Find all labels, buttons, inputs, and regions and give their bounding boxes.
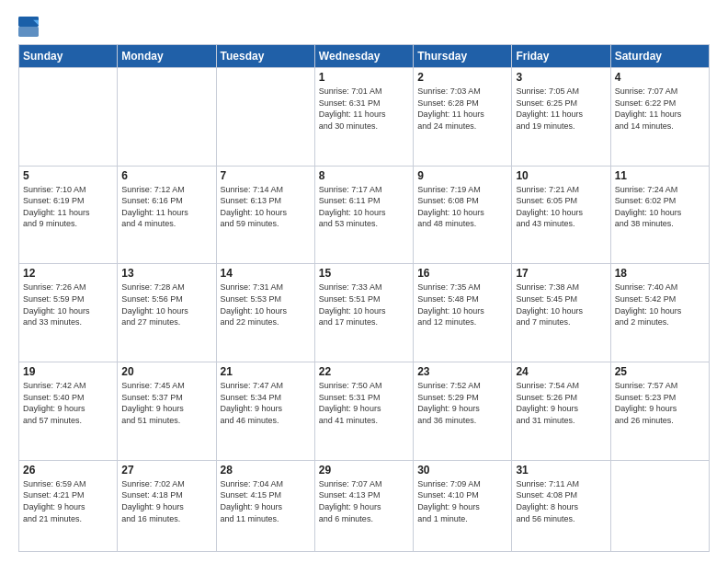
col-header-monday: Monday xyxy=(118,45,216,68)
calendar-cell: 24Sunrise: 7:54 AM Sunset: 5:26 PM Dayli… xyxy=(512,362,610,461)
day-number: 11 xyxy=(615,169,705,182)
cell-info: Sunrise: 7:02 AM Sunset: 4:18 PM Dayligh… xyxy=(121,478,211,524)
day-number: 1 xyxy=(319,71,409,84)
calendar-cell: 10Sunrise: 7:21 AM Sunset: 6:05 PM Dayli… xyxy=(512,166,610,264)
calendar-cell: 21Sunrise: 7:47 AM Sunset: 5:34 PM Dayli… xyxy=(216,362,314,461)
day-number: 28 xyxy=(221,464,311,477)
calendar-cell xyxy=(19,68,118,167)
day-number: 18 xyxy=(615,267,705,280)
day-number: 22 xyxy=(319,365,409,378)
day-number: 23 xyxy=(417,365,507,378)
cell-info: Sunrise: 7:14 AM Sunset: 6:13 PM Dayligh… xyxy=(221,184,311,230)
week-row-1: 1Sunrise: 7:01 AM Sunset: 6:31 PM Daylig… xyxy=(19,68,710,167)
cell-info: Sunrise: 7:17 AM Sunset: 6:11 PM Dayligh… xyxy=(319,184,409,230)
header xyxy=(18,17,710,37)
day-number: 17 xyxy=(516,267,606,280)
week-row-3: 12Sunrise: 7:26 AM Sunset: 5:59 PM Dayli… xyxy=(19,264,710,362)
col-header-sunday: Sunday xyxy=(19,45,118,68)
cell-info: Sunrise: 7:24 AM Sunset: 6:02 PM Dayligh… xyxy=(615,184,705,230)
calendar-table: SundayMondayTuesdayWednesdayThursdayFrid… xyxy=(18,44,710,552)
calendar-cell: 13Sunrise: 7:28 AM Sunset: 5:56 PM Dayli… xyxy=(118,264,216,362)
cell-info: Sunrise: 7:31 AM Sunset: 5:53 PM Dayligh… xyxy=(221,282,311,327)
day-number: 25 xyxy=(615,365,705,378)
day-number: 20 xyxy=(121,365,211,378)
calendar-cell xyxy=(610,460,709,551)
day-number: 14 xyxy=(221,267,311,280)
calendar-cell: 8Sunrise: 7:17 AM Sunset: 6:11 PM Daylig… xyxy=(314,166,413,264)
day-number: 12 xyxy=(23,267,113,280)
cell-info: Sunrise: 7:35 AM Sunset: 5:48 PM Dayligh… xyxy=(417,282,507,327)
day-number: 2 xyxy=(417,71,507,84)
day-number: 3 xyxy=(516,71,606,84)
calendar-cell: 20Sunrise: 7:45 AM Sunset: 5:37 PM Dayli… xyxy=(118,362,216,461)
day-number: 6 xyxy=(121,169,211,182)
calendar-cell: 3Sunrise: 7:05 AM Sunset: 6:25 PM Daylig… xyxy=(512,68,610,167)
day-number: 31 xyxy=(516,464,606,477)
col-header-wednesday: Wednesday xyxy=(314,45,413,68)
day-number: 27 xyxy=(121,464,211,477)
cell-info: Sunrise: 7:07 AM Sunset: 6:22 PM Dayligh… xyxy=(615,86,705,132)
calendar-cell xyxy=(216,68,314,167)
cell-info: Sunrise: 7:21 AM Sunset: 6:05 PM Dayligh… xyxy=(516,184,606,230)
calendar-cell: 30Sunrise: 7:09 AM Sunset: 4:10 PM Dayli… xyxy=(414,460,512,551)
cell-info: Sunrise: 7:10 AM Sunset: 6:19 PM Dayligh… xyxy=(23,184,113,230)
calendar-cell: 2Sunrise: 7:03 AM Sunset: 6:28 PM Daylig… xyxy=(414,68,512,167)
cell-info: Sunrise: 7:04 AM Sunset: 4:15 PM Dayligh… xyxy=(221,478,311,524)
calendar-cell: 28Sunrise: 7:04 AM Sunset: 4:15 PM Dayli… xyxy=(216,460,314,551)
cell-info: Sunrise: 7:45 AM Sunset: 5:37 PM Dayligh… xyxy=(121,380,211,426)
calendar-cell: 12Sunrise: 7:26 AM Sunset: 5:59 PM Dayli… xyxy=(19,264,118,362)
week-row-2: 5Sunrise: 7:10 AM Sunset: 6:19 PM Daylig… xyxy=(19,166,710,264)
logo xyxy=(18,17,42,37)
cell-info: Sunrise: 7:05 AM Sunset: 6:25 PM Dayligh… xyxy=(516,86,606,132)
cell-info: Sunrise: 7:26 AM Sunset: 5:59 PM Dayligh… xyxy=(23,282,113,327)
page: SundayMondayTuesdayWednesdayThursdayFrid… xyxy=(0,0,728,563)
col-header-friday: Friday xyxy=(512,45,610,68)
cell-info: Sunrise: 7:12 AM Sunset: 6:16 PM Dayligh… xyxy=(121,184,211,230)
day-number: 15 xyxy=(319,267,409,280)
cell-info: Sunrise: 7:38 AM Sunset: 5:45 PM Dayligh… xyxy=(516,282,606,327)
svg-rect-1 xyxy=(18,27,39,37)
col-header-thursday: Thursday xyxy=(414,45,512,68)
day-number: 10 xyxy=(516,169,606,182)
calendar-cell: 9Sunrise: 7:19 AM Sunset: 6:08 PM Daylig… xyxy=(414,166,512,264)
cell-info: Sunrise: 7:33 AM Sunset: 5:51 PM Dayligh… xyxy=(319,282,409,327)
day-number: 16 xyxy=(417,267,507,280)
week-row-4: 19Sunrise: 7:42 AM Sunset: 5:40 PM Dayli… xyxy=(19,362,710,461)
cell-info: Sunrise: 7:57 AM Sunset: 5:23 PM Dayligh… xyxy=(615,380,705,426)
calendar-cell: 27Sunrise: 7:02 AM Sunset: 4:18 PM Dayli… xyxy=(118,460,216,551)
day-number: 9 xyxy=(417,169,507,182)
calendar-cell: 6Sunrise: 7:12 AM Sunset: 6:16 PM Daylig… xyxy=(118,166,216,264)
cell-info: Sunrise: 7:54 AM Sunset: 5:26 PM Dayligh… xyxy=(516,380,606,426)
cell-info: Sunrise: 7:52 AM Sunset: 5:29 PM Dayligh… xyxy=(417,380,507,426)
calendar-cell: 17Sunrise: 7:38 AM Sunset: 5:45 PM Dayli… xyxy=(512,264,610,362)
logo-icon xyxy=(18,17,39,37)
calendar-cell: 31Sunrise: 7:11 AM Sunset: 4:08 PM Dayli… xyxy=(512,460,610,551)
calendar-cell: 15Sunrise: 7:33 AM Sunset: 5:51 PM Dayli… xyxy=(314,264,413,362)
cell-info: Sunrise: 6:59 AM Sunset: 4:21 PM Dayligh… xyxy=(23,478,113,524)
cell-info: Sunrise: 7:01 AM Sunset: 6:31 PM Dayligh… xyxy=(319,86,409,132)
calendar-header-row: SundayMondayTuesdayWednesdayThursdayFrid… xyxy=(19,45,710,68)
day-number: 13 xyxy=(121,267,211,280)
day-number: 21 xyxy=(221,365,311,378)
cell-info: Sunrise: 7:40 AM Sunset: 5:42 PM Dayligh… xyxy=(615,282,705,327)
calendar-cell: 25Sunrise: 7:57 AM Sunset: 5:23 PM Dayli… xyxy=(610,362,709,461)
calendar-cell: 23Sunrise: 7:52 AM Sunset: 5:29 PM Dayli… xyxy=(414,362,512,461)
calendar-cell: 7Sunrise: 7:14 AM Sunset: 6:13 PM Daylig… xyxy=(216,166,314,264)
calendar-cell: 1Sunrise: 7:01 AM Sunset: 6:31 PM Daylig… xyxy=(314,68,413,167)
calendar-cell: 5Sunrise: 7:10 AM Sunset: 6:19 PM Daylig… xyxy=(19,166,118,264)
day-number: 30 xyxy=(417,464,507,477)
day-number: 19 xyxy=(23,365,113,378)
calendar-cell: 26Sunrise: 6:59 AM Sunset: 4:21 PM Dayli… xyxy=(19,460,118,551)
col-header-saturday: Saturday xyxy=(610,45,709,68)
calendar-cell: 14Sunrise: 7:31 AM Sunset: 5:53 PM Dayli… xyxy=(216,264,314,362)
calendar-cell: 4Sunrise: 7:07 AM Sunset: 6:22 PM Daylig… xyxy=(610,68,709,167)
calendar-cell: 18Sunrise: 7:40 AM Sunset: 5:42 PM Dayli… xyxy=(610,264,709,362)
day-number: 26 xyxy=(23,464,113,477)
cell-info: Sunrise: 7:28 AM Sunset: 5:56 PM Dayligh… xyxy=(121,282,211,327)
cell-info: Sunrise: 7:11 AM Sunset: 4:08 PM Dayligh… xyxy=(516,478,606,524)
day-number: 29 xyxy=(319,464,409,477)
cell-info: Sunrise: 7:07 AM Sunset: 4:13 PM Dayligh… xyxy=(319,478,409,524)
cell-info: Sunrise: 7:19 AM Sunset: 6:08 PM Dayligh… xyxy=(417,184,507,230)
week-row-5: 26Sunrise: 6:59 AM Sunset: 4:21 PM Dayli… xyxy=(19,460,710,551)
calendar-cell: 11Sunrise: 7:24 AM Sunset: 6:02 PM Dayli… xyxy=(610,166,709,264)
